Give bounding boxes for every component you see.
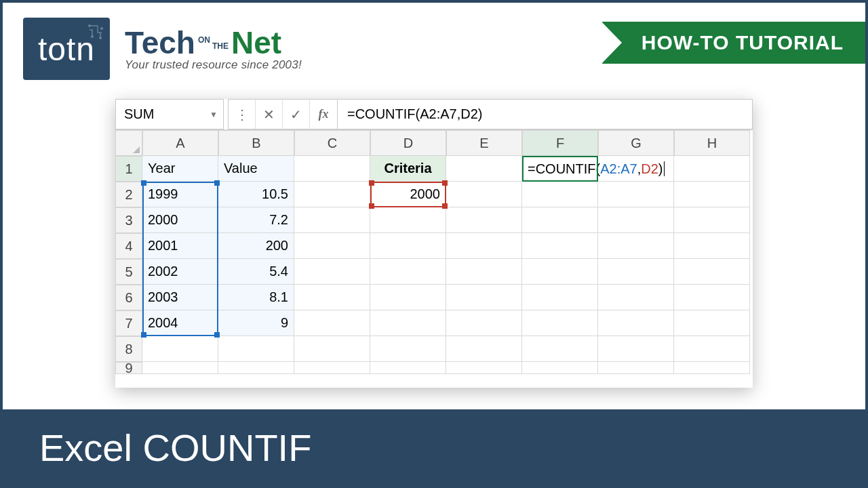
cell-D3[interactable] bbox=[370, 207, 446, 233]
cell-H8[interactable] bbox=[674, 336, 750, 362]
cell-C6[interactable] bbox=[294, 285, 370, 310]
cell-A9[interactable] bbox=[142, 362, 218, 374]
col-header-B[interactable]: B bbox=[218, 130, 294, 156]
formula-part-suffix: ) bbox=[658, 161, 663, 177]
cell-C1[interactable] bbox=[294, 156, 370, 182]
cell-E2[interactable] bbox=[446, 182, 522, 207]
cell-B2[interactable]: 10.5 bbox=[218, 182, 294, 207]
cell-E9[interactable] bbox=[446, 362, 522, 374]
cell-C8[interactable] bbox=[294, 336, 370, 362]
select-all-corner[interactable] bbox=[115, 130, 142, 156]
fx-icon[interactable]: fx bbox=[310, 100, 337, 129]
cell-H5[interactable] bbox=[674, 259, 750, 285]
cell-G7[interactable] bbox=[598, 310, 674, 336]
cell-G8[interactable] bbox=[598, 336, 674, 362]
cell-D8[interactable] bbox=[370, 336, 446, 362]
cell-F2[interactable] bbox=[522, 182, 598, 207]
cell-F7[interactable] bbox=[522, 310, 598, 336]
row-header-7[interactable]: 7 bbox=[115, 310, 142, 336]
cell-B5[interactable]: 5.4 bbox=[218, 259, 294, 285]
cell-B7[interactable]: 9 bbox=[218, 310, 294, 336]
cell-B9[interactable] bbox=[218, 362, 294, 374]
cell-C7[interactable] bbox=[294, 310, 370, 336]
row-header-9[interactable]: 9 bbox=[115, 362, 142, 374]
col-header-D[interactable]: D bbox=[370, 130, 446, 156]
col-header-H[interactable]: H bbox=[674, 130, 750, 156]
cell-C3[interactable] bbox=[294, 207, 370, 233]
cell-D1[interactable]: Criteria bbox=[370, 156, 446, 182]
cell-A3[interactable]: 2000 bbox=[142, 207, 218, 233]
chevron-down-icon[interactable]: ▼ bbox=[210, 110, 218, 119]
cell-E8[interactable] bbox=[446, 336, 522, 362]
row-header-3[interactable]: 3 bbox=[115, 207, 142, 233]
cell-A4[interactable]: 2001 bbox=[142, 233, 218, 259]
cell-H1[interactable] bbox=[674, 156, 750, 182]
cell-A8[interactable] bbox=[142, 336, 218, 362]
cell-F5[interactable] bbox=[522, 259, 598, 285]
col-header-E[interactable]: E bbox=[446, 130, 522, 156]
cell-F3[interactable] bbox=[522, 207, 598, 233]
cell-C4[interactable] bbox=[294, 233, 370, 259]
cell-G9[interactable] bbox=[598, 362, 674, 374]
cell-D2[interactable]: 2000 bbox=[370, 182, 446, 207]
cell-E5[interactable] bbox=[446, 259, 522, 285]
cell-D9[interactable] bbox=[370, 362, 446, 374]
cell-D6[interactable] bbox=[370, 285, 446, 310]
text-cursor bbox=[664, 161, 665, 176]
cell-B4[interactable]: 200 bbox=[218, 233, 294, 259]
cell-D7[interactable] bbox=[370, 310, 446, 336]
formula-input[interactable]: =COUNTIF(A2:A7,D2) bbox=[338, 99, 753, 129]
cell-G4[interactable] bbox=[598, 233, 674, 259]
cell-H7[interactable] bbox=[674, 310, 750, 336]
cell-G2[interactable] bbox=[598, 182, 674, 207]
col-header-C[interactable]: C bbox=[294, 130, 370, 156]
cell-A5[interactable]: 2002 bbox=[142, 259, 218, 285]
col-header-F[interactable]: F bbox=[522, 130, 598, 156]
cell-H3[interactable] bbox=[674, 207, 750, 233]
cell-C5[interactable] bbox=[294, 259, 370, 285]
row-header-4[interactable]: 4 bbox=[115, 233, 142, 259]
row-header-6[interactable]: 6 bbox=[115, 285, 142, 310]
cell-H2[interactable] bbox=[674, 182, 750, 207]
cell-A1[interactable]: Year bbox=[142, 156, 218, 182]
col-header-G[interactable]: G bbox=[598, 130, 674, 156]
cell-G3[interactable] bbox=[598, 207, 674, 233]
row-header-5[interactable]: 5 bbox=[115, 259, 142, 285]
cell-E1[interactable] bbox=[446, 156, 522, 182]
cell-F4[interactable] bbox=[522, 233, 598, 259]
cell-A6[interactable]: 2003 bbox=[142, 285, 218, 310]
cell-C2[interactable] bbox=[294, 182, 370, 207]
cell-G6[interactable] bbox=[598, 285, 674, 310]
col-header-A[interactable]: A bbox=[142, 130, 218, 156]
cell-E4[interactable] bbox=[446, 233, 522, 259]
cell-E6[interactable] bbox=[446, 285, 522, 310]
cell-F9[interactable] bbox=[522, 362, 598, 374]
cell-F8[interactable] bbox=[522, 336, 598, 362]
cell-D5[interactable] bbox=[370, 259, 446, 285]
row-header-2[interactable]: 2 bbox=[115, 182, 142, 207]
cell-F6[interactable] bbox=[522, 285, 598, 310]
cell-B6[interactable]: 8.1 bbox=[218, 285, 294, 310]
cancel-icon[interactable]: ✕ bbox=[256, 100, 283, 129]
cell-A7[interactable]: 2004 bbox=[142, 310, 218, 336]
cell-C9[interactable] bbox=[294, 362, 370, 374]
cell-B8[interactable] bbox=[218, 336, 294, 362]
cell-H4[interactable] bbox=[674, 233, 750, 259]
dots-icon[interactable]: ⋮ bbox=[229, 100, 256, 129]
cell-editing-formula[interactable]: =COUNTIF(A2:A7,D2) bbox=[524, 156, 669, 182]
cell-B1[interactable]: Value bbox=[218, 156, 294, 182]
row-header-1[interactable]: 1 bbox=[115, 156, 142, 182]
cell-D4[interactable] bbox=[370, 233, 446, 259]
cell-G5[interactable] bbox=[598, 259, 674, 285]
tutorial-ribbon: HOW-TO TUTORIAL bbox=[602, 22, 865, 64]
cell-H6[interactable] bbox=[674, 285, 750, 310]
cell-H9[interactable] bbox=[674, 362, 750, 374]
cell-E7[interactable] bbox=[446, 310, 522, 336]
name-box[interactable]: SUM ▼ bbox=[115, 99, 224, 129]
word-the: THE bbox=[212, 42, 229, 51]
row-header-8[interactable]: 8 bbox=[115, 336, 142, 362]
cell-B3[interactable]: 7.2 bbox=[218, 207, 294, 233]
accept-icon[interactable]: ✓ bbox=[283, 100, 310, 129]
cell-A2[interactable]: 1999 bbox=[142, 182, 218, 207]
cell-E3[interactable] bbox=[446, 207, 522, 233]
